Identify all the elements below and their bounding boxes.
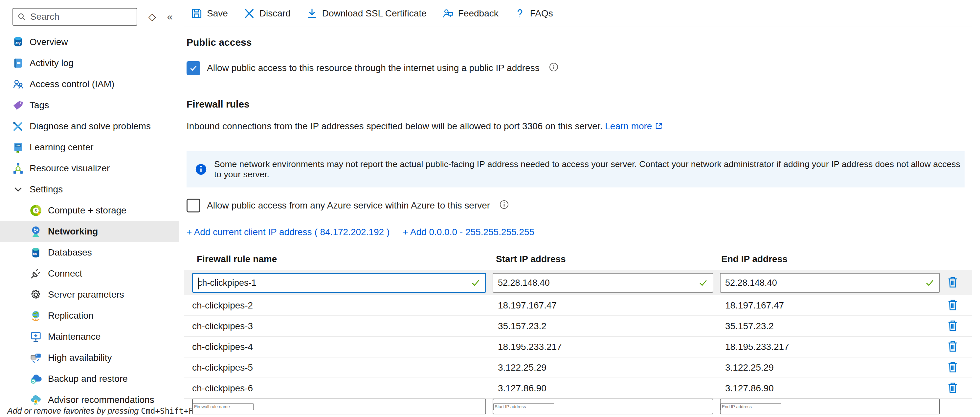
table-row: ch-clickpipes-6 3.127.86.90 3.127.86.90 — [184, 378, 972, 399]
search-box[interactable] — [13, 8, 137, 26]
chevron-down-icon — [11, 182, 25, 197]
rule-name-cell: ch-clickpipes-2 — [192, 300, 253, 311]
sidebar-item-resource-visualizer[interactable]: Resource visualizer — [0, 158, 179, 179]
azure-services-checkbox[interactable] — [186, 199, 200, 212]
sidebar-item-overview[interactable]: My Overview — [0, 32, 179, 53]
sidebar-group-settings[interactable]: Settings — [0, 179, 179, 200]
table-row: ch-clickpipes-3 35.157.23.2 35.157.23.2 — [184, 316, 972, 337]
access-control-icon — [11, 77, 25, 91]
sidebar-item-databases[interactable]: DB Databases — [0, 242, 179, 263]
table-row: ch-clickpipes-5 3.122.25.29 3.122.25.29 — [184, 358, 972, 378]
search-icon — [17, 12, 26, 21]
rule-name-input[interactable] — [193, 278, 471, 288]
valid-check-icon — [925, 278, 935, 288]
refresh-menu-icon[interactable]: ◇ — [148, 12, 156, 22]
sidebar-item-compute-storage[interactable]: $ Compute + storage — [0, 200, 179, 221]
collapse-sidebar-icon[interactable]: « — [167, 12, 173, 22]
sidebar-nav: My Overview Activity log Access control … — [0, 32, 179, 411]
resource-visualizer-icon — [11, 161, 25, 175]
trash-icon — [945, 360, 960, 374]
end-ip-input[interactable] — [721, 278, 925, 288]
public-access-checkbox[interactable] — [186, 61, 200, 75]
new-rule-end-ip-input[interactable] — [721, 403, 781, 410]
sidebar-item-connect[interactable]: Connect — [0, 263, 179, 284]
svg-text:My: My — [16, 41, 21, 45]
table-row: ch-clickpipes-4 18.195.233.217 18.195.23… — [184, 337, 972, 358]
firewall-rules-description: Inbound connections from the IP addresse… — [186, 121, 663, 133]
faqs-button[interactable]: FAQs — [514, 7, 553, 20]
azure-services-checkbox-label: Allow public access from any Azure servi… — [207, 200, 490, 211]
feedback-button[interactable]: Feedback — [442, 7, 498, 20]
discard-button[interactable]: Discard — [243, 7, 291, 20]
start-ip-input[interactable] — [493, 278, 698, 288]
sidebar-item-learning-center[interactable]: 101 Learning center — [0, 137, 179, 158]
sidebar-item-backup-restore[interactable]: Backup and restore — [0, 368, 179, 389]
column-header-start-ip: Start IP address — [496, 254, 566, 264]
end-ip-cell: 18.195.233.217 — [725, 342, 789, 352]
mysql-server-icon: My — [11, 35, 25, 49]
activity-log-icon — [11, 56, 25, 70]
feedback-icon — [442, 7, 454, 20]
search-input[interactable] — [30, 11, 133, 22]
add-current-client-ip-link[interactable]: + Add current client IP address ( 84.172… — [186, 227, 390, 237]
discard-x-icon — [243, 7, 256, 20]
azure-networking-page: ◇ « My Overview Activity log Access — [0, 0, 980, 417]
maintenance-monitor-icon — [29, 330, 43, 344]
networking-icon — [29, 225, 43, 238]
firewall-rules-heading: Firewall rules — [186, 99, 250, 110]
start-ip-cell: 18.195.233.217 — [498, 342, 562, 352]
firewall-rule-rows: ch-clickpipes-2 18.197.167.47 18.197.167… — [184, 295, 972, 399]
info-icon[interactable] — [499, 200, 509, 212]
delete-rule-button[interactable] — [945, 298, 960, 313]
delete-rule-button[interactable] — [945, 275, 960, 290]
sidebar-item-replication[interactable]: Replication — [0, 305, 179, 326]
add-all-ip-range-link[interactable]: + Add 0.0.0.0 - 255.255.255.255 — [402, 227, 535, 237]
delete-rule-button[interactable] — [945, 318, 960, 334]
learning-center-icon: 101 — [11, 141, 25, 154]
public-access-checkbox-row: Allow public access to this resource thr… — [186, 61, 558, 75]
checkbox-check-icon — [189, 64, 198, 73]
new-rule-name-input[interactable] — [193, 403, 253, 410]
trash-icon — [945, 318, 960, 333]
diagnose-tools-icon — [11, 119, 25, 133]
start-ip-input-wrap — [493, 273, 713, 293]
delete-rule-button[interactable] — [945, 380, 960, 396]
gear-icon — [29, 288, 43, 302]
valid-check-icon — [698, 278, 708, 288]
learn-more-link[interactable]: Learn more — [605, 121, 663, 131]
high-availability-icon — [29, 351, 43, 365]
new-rule-start-ip-input[interactable] — [493, 403, 554, 410]
sidebar-item-activity-log[interactable]: Activity log — [0, 53, 179, 73]
sidebar-item-server-parameters[interactable]: Server parameters — [0, 284, 179, 305]
svg-text:DB: DB — [33, 252, 37, 256]
databases-icon: DB — [29, 246, 43, 259]
rule-name-input-wrap — [192, 273, 486, 293]
external-link-icon — [654, 122, 663, 132]
sidebar-item-diagnose[interactable]: Diagnose and solve problems — [0, 116, 179, 137]
main-content: Save Discard Download SSL Certificate Fe… — [179, 0, 980, 417]
sidebar-item-networking[interactable]: Networking — [0, 221, 179, 242]
backup-restore-cloud-icon — [29, 372, 43, 386]
sidebar-item-high-availability[interactable]: High availability — [0, 347, 179, 368]
end-ip-cell: 18.197.167.47 — [725, 300, 784, 311]
rule-name-cell: ch-clickpipes-3 — [192, 321, 253, 331]
save-button[interactable]: Save — [191, 7, 228, 20]
new-rule-start-ip-wrap — [493, 399, 713, 414]
sidebar-item-access-control[interactable]: Access control (IAM) — [0, 73, 179, 95]
table-bottom-divider — [184, 416, 972, 416]
delete-rule-button[interactable] — [945, 360, 960, 375]
sidebar-item-tags[interactable]: Tags — [0, 95, 179, 116]
info-icon[interactable] — [549, 62, 558, 74]
trash-icon — [945, 339, 960, 353]
download-ssl-certificate-button[interactable]: Download SSL Certificate — [306, 7, 426, 20]
end-ip-input-wrap — [720, 273, 940, 293]
command-bar: Save Discard Download SSL Certificate Fe… — [184, 0, 972, 27]
question-mark-icon — [514, 7, 526, 20]
firewall-rules-table: Firewall rule name Start IP address End … — [184, 252, 972, 417]
advisor-recommendations-icon — [29, 393, 43, 407]
sidebar-item-maintenance[interactable]: Maintenance — [0, 326, 179, 347]
delete-rule-button[interactable] — [945, 339, 960, 354]
start-ip-cell: 18.197.167.47 — [498, 300, 557, 311]
start-ip-cell: 35.157.23.2 — [498, 321, 546, 331]
azure-services-checkbox-row: Allow public access from any Azure servi… — [186, 199, 509, 212]
